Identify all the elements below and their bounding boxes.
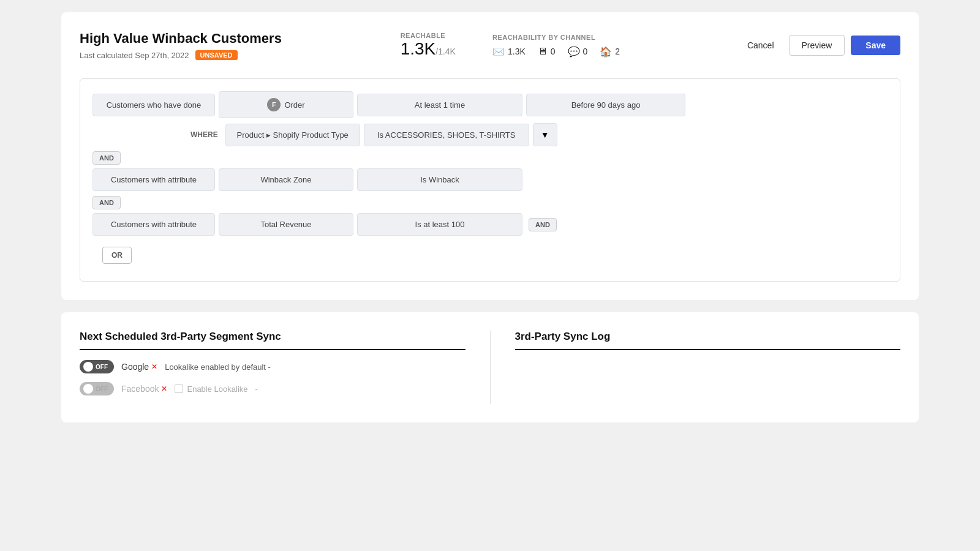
- save-button[interactable]: Save: [851, 36, 900, 55]
- toggle-circle-facebook: [83, 384, 93, 394]
- sync-title: Next Scheduled 3rd-Party Segment Sync: [80, 331, 466, 350]
- channel-row: ✉️ 1.3K 🖥 0 💬 0 🏠 2: [492, 46, 620, 58]
- row1-event-cell[interactable]: F Order: [219, 91, 353, 118]
- sync-panel: Next Scheduled 3rd-Party Segment Sync OF…: [80, 331, 466, 404]
- home-icon: 🏠: [600, 46, 612, 58]
- main-card: High Value Winback Customers Last calcul…: [61, 12, 919, 300]
- and-button-1[interactable]: AND: [92, 151, 121, 165]
- row1-frequency-cell[interactable]: At least 1 time: [357, 94, 522, 116]
- row3-type-cell[interactable]: Customers with attribute: [92, 213, 215, 236]
- facebook-platform-label: Facebook ✕: [121, 384, 167, 394]
- condition-row-1: Customers who have done F Order At least…: [92, 91, 888, 118]
- product-value-cell[interactable]: Is ACCESSORIES, SHOES, T-SHIRTS: [364, 124, 529, 146]
- header-actions: Cancel Preview Save: [739, 35, 900, 56]
- reachability-block: REACHABILITY BY CHANNEL ✉️ 1.3K 🖥 0 💬 0: [492, 34, 620, 58]
- sync-google-item: OFF Google ✕ Lookalike enabled by defaul…: [80, 360, 466, 373]
- segment-title: High Value Winback Customers: [80, 31, 282, 47]
- sync-log-title: 3rd-Party Sync Log: [515, 331, 901, 350]
- email-icon: ✉️: [492, 46, 505, 58]
- toggle-circle-google: [83, 362, 93, 372]
- product-attr-cell[interactable]: Product ▸ Shopify Product Type: [225, 124, 360, 146]
- facebook-toggle[interactable]: OFF: [80, 382, 114, 395]
- where-row: WHERE Product ▸ Shopify Product Type Is …: [92, 123, 888, 146]
- sync-log-panel: 3rd-Party Sync Log: [515, 331, 901, 404]
- condition-row-2: Customers with attribute Winback Zone Is…: [92, 168, 888, 191]
- event-badge: F: [267, 98, 281, 111]
- vertical-divider: [490, 331, 491, 404]
- push-icon: 💬: [568, 46, 580, 58]
- row1-time-cell[interactable]: Before 90 days ago: [526, 94, 685, 116]
- facebook-x-icon: ✕: [161, 384, 167, 393]
- lookalike-check: Enable Lookalike: [175, 384, 247, 394]
- segment-builder: Customers who have done F Order At least…: [80, 78, 900, 282]
- condition-row-3: Customers with attribute Total Revenue I…: [92, 213, 888, 236]
- row3-attr-label-cell[interactable]: Total Revenue: [219, 213, 353, 236]
- channel-home: 🏠 2: [600, 46, 620, 58]
- facebook-sync-note2: -: [255, 384, 258, 394]
- cancel-button[interactable]: Cancel: [739, 36, 783, 55]
- stats-section: REACHABLE 1.3K/1.4K REACHABILITY BY CHAN…: [401, 32, 620, 59]
- header-row: High Value Winback Customers Last calcul…: [80, 31, 900, 60]
- google-sync-note: Lookalike enabled by default -: [165, 362, 271, 372]
- channel-push: 💬 0: [568, 46, 588, 58]
- google-platform-label: Google ✕: [121, 362, 157, 372]
- unsaved-badge: UNSAVED: [195, 50, 238, 60]
- last-calc-label: Last calculated Sep 27th, 2022: [80, 51, 189, 60]
- preview-button[interactable]: Preview: [789, 35, 845, 56]
- channel-sms: 🖥 0: [538, 46, 556, 57]
- google-x-icon: ✕: [151, 362, 157, 371]
- and-row-2: AND: [92, 196, 888, 209]
- sms-icon: 🖥: [538, 46, 548, 57]
- reachable-value: 1.3K/1.4K: [401, 39, 456, 59]
- google-toggle[interactable]: OFF: [80, 360, 114, 373]
- google-toggle-label: OFF: [96, 364, 108, 370]
- row2-attr-label-cell[interactable]: Winback Zone: [219, 168, 353, 191]
- channel-email: ✉️ 1.3K: [492, 46, 526, 58]
- or-row: OR: [102, 247, 888, 264]
- row3-attr-value-cell[interactable]: Is at least 100: [357, 213, 522, 236]
- filter-icon-button[interactable]: ▼: [533, 123, 557, 146]
- row2-attr-value-cell[interactable]: Is Winback: [357, 168, 522, 191]
- title-section: High Value Winback Customers Last calcul…: [80, 31, 282, 60]
- and-row-1: AND: [92, 151, 888, 165]
- row2-type-cell[interactable]: Customers with attribute: [92, 168, 215, 191]
- reachability-label: REACHABILITY BY CHANNEL: [492, 34, 620, 41]
- row1-type-cell[interactable]: Customers who have done: [92, 94, 215, 116]
- facebook-toggle-label: OFF: [96, 386, 108, 392]
- bottom-section: Next Scheduled 3rd-Party Segment Sync OF…: [61, 312, 919, 422]
- reachable-block: REACHABLE 1.3K/1.4K: [401, 32, 456, 59]
- or-button[interactable]: OR: [102, 247, 132, 264]
- lookalike-checkbox[interactable]: [175, 384, 183, 393]
- row3-and-button[interactable]: AND: [529, 218, 557, 231]
- subtitle-row: Last calculated Sep 27th, 2022 UNSAVED: [80, 50, 282, 60]
- sync-facebook-item: OFF Facebook ✕ Enable Lookalike -: [80, 382, 466, 395]
- where-label: WHERE: [190, 130, 222, 139]
- reachable-label: REACHABLE: [401, 32, 456, 39]
- and-button-2[interactable]: AND: [92, 196, 121, 209]
